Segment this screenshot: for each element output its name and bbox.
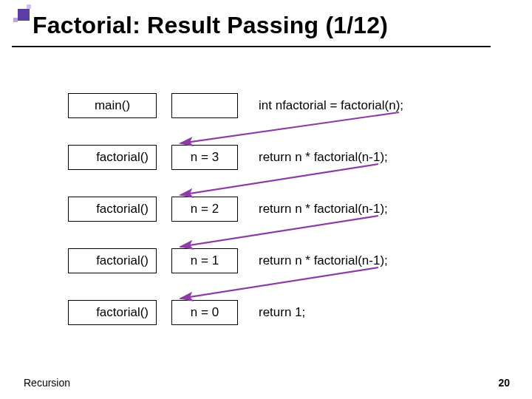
n-cell: n = 3: [171, 145, 238, 170]
n-cell: n = 2: [171, 197, 238, 222]
func-cell: main(): [68, 93, 157, 118]
table-row: factorial() n = 2 return n * factorial(n…: [53, 197, 497, 248]
n-cell: [171, 93, 238, 118]
func-cell: factorial(): [68, 300, 157, 325]
title-bullet-decoration: [13, 4, 34, 25]
call-stack-table: main() int nfactorial = factorial(n); fa…: [53, 93, 497, 352]
slide-title: Factorial: Result Passing (1/12): [33, 12, 388, 39]
func-cell: factorial(): [68, 248, 157, 273]
table-row: factorial() n = 0 return 1;: [53, 300, 497, 352]
table-row: factorial() n = 1 return n * factorial(n…: [53, 248, 497, 300]
code-cell: return 1;: [259, 305, 305, 320]
table-row: main() int nfactorial = factorial(n);: [53, 93, 497, 145]
footer-topic: Recursion: [24, 377, 70, 389]
code-cell: return n * factorial(n-1);: [259, 253, 388, 268]
slide: Factorial: Result Passing (1/12) main() …: [0, 0, 532, 399]
code-cell: int nfactorial = factorial(n);: [259, 98, 403, 113]
slide-number: 20: [498, 377, 510, 389]
title-underline: [12, 46, 491, 47]
func-cell: factorial(): [68, 197, 157, 222]
code-cell: return n * factorial(n-1);: [259, 202, 388, 216]
func-cell: factorial(): [68, 145, 157, 170]
n-cell: n = 1: [171, 248, 238, 273]
table-row: factorial() n = 3 return n * factorial(n…: [53, 145, 497, 197]
code-cell: return n * factorial(n-1);: [259, 150, 388, 165]
n-cell: n = 0: [171, 300, 238, 325]
